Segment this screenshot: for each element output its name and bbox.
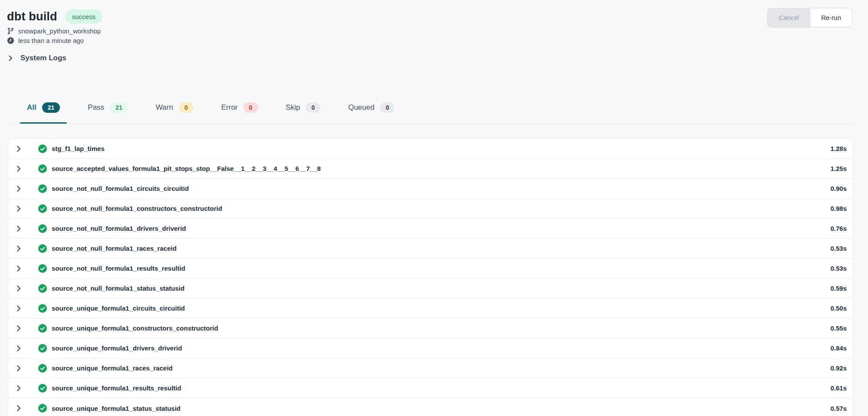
check-circle-icon xyxy=(38,344,47,353)
result-name: source_not_null_formula1_circuits_circui… xyxy=(52,185,189,192)
check-circle-icon xyxy=(38,384,47,393)
system-logs-toggle[interactable]: System Logs xyxy=(7,54,66,62)
chevron-right-icon[interactable] xyxy=(15,404,23,412)
check-circle-icon xyxy=(38,144,47,153)
result-duration: 0.55s xyxy=(830,324,847,332)
result-name: source_unique_formula1_drivers_driverid xyxy=(52,344,182,352)
chevron-right-icon[interactable] xyxy=(15,225,23,233)
tab-skip[interactable]: Skip 0 xyxy=(279,91,327,123)
chevron-right-icon[interactable] xyxy=(15,305,23,312)
page-title: dbt build xyxy=(7,10,57,23)
result-name: stg_f1_lap_times xyxy=(52,145,105,152)
result-name: source_accepted_values_formula1_pit_stop… xyxy=(52,165,321,172)
check-circle-icon xyxy=(38,364,47,373)
tab-label: Error xyxy=(221,103,238,112)
chevron-right-icon[interactable] xyxy=(15,185,23,193)
result-row[interactable]: source_not_null_formula1_races_raceid 0.… xyxy=(8,239,853,259)
tab-label: All xyxy=(27,103,36,112)
chevron-right-icon[interactable] xyxy=(15,384,23,392)
run-actions: Cancel Re-run xyxy=(767,8,852,27)
clock-icon xyxy=(7,37,14,44)
result-row[interactable]: source_unique_formula1_races_raceid 0.92… xyxy=(8,358,853,378)
result-row[interactable]: source_unique_formula1_circuits_circuiti… xyxy=(8,298,853,318)
chevron-right-icon[interactable] xyxy=(15,145,23,153)
tab-label: Skip xyxy=(286,103,300,112)
system-logs-label: System Logs xyxy=(20,54,66,62)
rerun-button[interactable]: Re-run xyxy=(810,8,852,27)
result-name: source_unique_formula1_circuits_circuiti… xyxy=(52,305,185,312)
result-row[interactable]: source_unique_formula1_results_resultid … xyxy=(8,378,853,398)
check-circle-icon xyxy=(38,164,47,173)
status-badge: success xyxy=(65,10,102,24)
chevron-right-icon[interactable] xyxy=(15,285,23,292)
tab-count-badge: 0 xyxy=(243,102,258,113)
result-row[interactable]: source_not_null_formula1_drivers_driveri… xyxy=(8,219,853,239)
time-ago: less than a minute ago xyxy=(18,37,84,44)
chevron-right-icon[interactable] xyxy=(15,344,23,352)
result-name: source_not_null_formula1_status_statusid xyxy=(52,285,185,292)
tab-label: Pass xyxy=(88,103,104,112)
tab-count-badge: 21 xyxy=(42,102,60,113)
check-circle-icon xyxy=(38,284,47,293)
result-row[interactable]: source_unique_formula1_drivers_driverid … xyxy=(8,338,853,358)
tab-pass[interactable]: Pass 21 xyxy=(81,91,135,123)
tab-all[interactable]: All 21 xyxy=(20,91,67,123)
result-duration: 1.25s xyxy=(830,165,847,172)
result-row[interactable]: stg_f1_lap_times 1.28s xyxy=(8,139,853,159)
check-circle-icon xyxy=(38,304,47,313)
result-duration: 0.90s xyxy=(830,185,847,192)
result-duration: 1.28s xyxy=(830,145,847,152)
run-meta: snowpark_python_workshop less than a min… xyxy=(7,27,853,44)
git-branch-icon xyxy=(7,27,14,35)
result-duration: 0.84s xyxy=(830,344,847,352)
check-circle-icon xyxy=(38,224,47,233)
result-name: source_unique_formula1_results_resultid xyxy=(52,384,181,392)
result-name: source_not_null_formula1_drivers_driveri… xyxy=(52,225,186,232)
branch-name: snowpark_python_workshop xyxy=(18,27,101,35)
check-circle-icon xyxy=(38,404,47,413)
chevron-right-icon[interactable] xyxy=(15,265,23,272)
result-name: source_unique_formula1_status_statusid xyxy=(52,405,181,412)
result-name: source_not_null_formula1_results_resulti… xyxy=(52,265,185,272)
result-row[interactable]: source_not_null_formula1_constructors_co… xyxy=(8,199,853,219)
result-row[interactable]: source_accepted_values_formula1_pit_stop… xyxy=(8,159,853,179)
result-row[interactable]: source_unique_formula1_status_statusid 0… xyxy=(8,398,853,416)
result-duration: 0.98s xyxy=(830,205,847,212)
check-circle-icon xyxy=(38,184,47,193)
result-duration: 0.50s xyxy=(830,305,847,312)
results-list: stg_f1_lap_times 1.28s source_accepted_v… xyxy=(8,138,853,416)
tab-count-badge: 0 xyxy=(179,102,194,113)
result-name: source_unique_formula1_races_raceid xyxy=(52,364,172,372)
tab-count-badge: 21 xyxy=(110,102,128,113)
chevron-right-icon[interactable] xyxy=(15,245,23,252)
result-duration: 0.53s xyxy=(830,265,847,272)
result-row[interactable]: source_unique_formula1_constructors_cons… xyxy=(8,318,853,338)
chevron-right-icon[interactable] xyxy=(15,364,23,372)
chevron-right-icon[interactable] xyxy=(15,205,23,213)
tab-count-badge: 0 xyxy=(306,102,320,113)
result-duration: 0.76s xyxy=(830,225,847,232)
cancel-button[interactable]: Cancel xyxy=(768,8,810,27)
result-name: source_unique_formula1_constructors_cons… xyxy=(52,324,218,332)
tab-warn[interactable]: Warn 0 xyxy=(149,91,201,123)
chevron-right-icon[interactable] xyxy=(15,165,23,173)
check-circle-icon xyxy=(38,264,47,273)
tab-count-badge: 0 xyxy=(380,102,395,113)
branch-row: snowpark_python_workshop xyxy=(7,27,853,35)
header: dbt build success xyxy=(7,10,853,24)
result-name: source_not_null_formula1_races_raceid xyxy=(52,245,177,252)
chevron-right-icon[interactable] xyxy=(15,324,23,332)
check-circle-icon xyxy=(38,204,47,213)
chevron-right-icon xyxy=(7,55,14,62)
result-row[interactable]: source_not_null_formula1_status_statusid… xyxy=(8,278,853,298)
result-duration: 0.57s xyxy=(830,405,847,412)
tab-error[interactable]: Error 0 xyxy=(214,91,265,123)
tab-queued[interactable]: Queued 0 xyxy=(341,91,402,123)
result-duration: 0.92s xyxy=(830,364,847,372)
result-name: source_not_null_formula1_constructors_co… xyxy=(52,205,222,212)
check-circle-icon xyxy=(38,244,47,253)
result-row[interactable]: source_not_null_formula1_results_resulti… xyxy=(8,259,853,278)
time-row: less than a minute ago xyxy=(7,37,853,44)
result-duration: 0.59s xyxy=(830,285,847,292)
result-row[interactable]: source_not_null_formula1_circuits_circui… xyxy=(8,179,853,199)
